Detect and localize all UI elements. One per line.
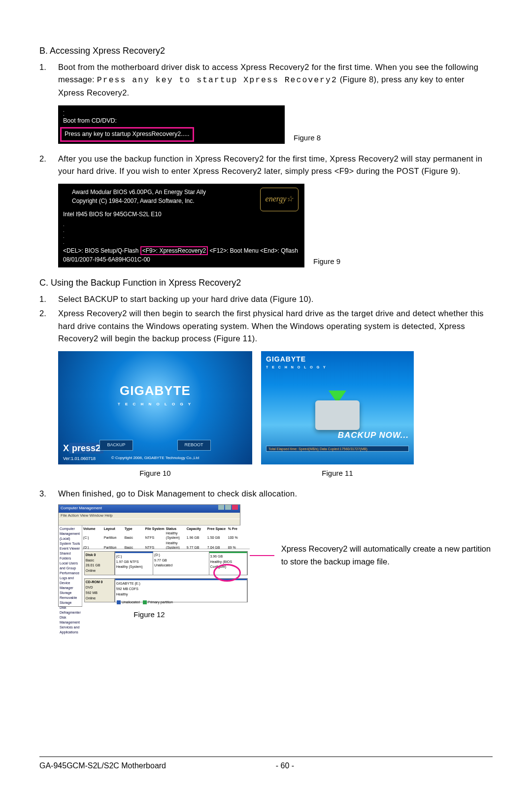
close-icon [232, 505, 238, 510]
list-num: 2. [39, 307, 58, 345]
section-b-title: B. Accessing Xpress Recovery2 [39, 44, 493, 58]
list-num: 1. [39, 61, 58, 99]
minimize-icon [218, 505, 224, 510]
window-buttons[interactable] [217, 505, 238, 512]
reboot-button[interactable]: REBOOT [177, 440, 211, 451]
section-c-list: 1. Select BACKUP to start backing up you… [39, 293, 493, 345]
list-text: Select BACKUP to start backing up your h… [58, 293, 493, 306]
figure-8-screenshot: .. Boot from CD/DVD: Press any key to st… [58, 105, 285, 144]
hdd-icon [315, 400, 360, 430]
figure-12-screenshot: Computer Management File Action View Win… [58, 504, 240, 607]
list-num: 1. [39, 293, 58, 306]
figure-9-caption: Figure 9 [313, 256, 340, 267]
highlight-box: <F9>: XpressRecovery2 [140, 246, 208, 255]
list-num: 3. [39, 488, 58, 500]
highlight-circle [213, 564, 241, 582]
section-b-list: 1. Boot from the motherboard driver disk… [39, 61, 493, 99]
section-c-title: C. Using the Backup Function in Xpress R… [39, 276, 493, 290]
list-num: 2. [39, 153, 58, 178]
figure-8-caption: Figure 8 [294, 132, 321, 143]
list-text: After you use the backup function in Xpr… [58, 153, 493, 178]
maximize-icon [225, 505, 231, 510]
figure-11-caption: Figure 11 [261, 467, 414, 479]
figure-12-caption: Figure 12 [58, 609, 240, 620]
callout-text: Xpress Recovery2 will automatically crea… [281, 543, 493, 568]
section-b-list-2: 2. After you use the backup function in … [39, 153, 493, 178]
figure-10-caption: Figure 10 [58, 467, 252, 479]
list-text: Boot from the motherboard driver disk to… [58, 61, 493, 99]
list-text: Xpress Recovery2 will then begin to sear… [58, 307, 493, 345]
backup-button[interactable]: BACKUP [100, 440, 133, 451]
figure-10-screenshot: GIGABYTET E C H N O L O G Y Xpress2 Ver:… [58, 351, 252, 464]
figure-11-screenshot: GIGABYTET E C H N O L O G Y BACKUP NOW..… [261, 351, 414, 464]
tree-panel[interactable]: Computer Management (Local) System Tools… [59, 526, 82, 606]
list-text: When finished, go to Disk Management to … [58, 488, 493, 500]
highlight-box: Press any key to startup XpressRecovery2… [60, 127, 194, 141]
volume-grid[interactable]: VolumeLayoutTypeFile SystemStatusCapacit… [82, 526, 250, 549]
energy-star-icon: energy☆ [260, 188, 299, 211]
section-c-list-3: 3. When finished, go to Disk Management … [39, 488, 493, 500]
figure-9-screenshot: Award Modular BIOS v6.00PG, An Energy St… [58, 184, 304, 267]
page-footer: GA-945GCM-S2L/S2C Motherboard - 60 - [39, 757, 493, 772]
menu-bar[interactable]: File Action View Window Help [59, 513, 240, 519]
toolbar[interactable] [59, 519, 240, 526]
